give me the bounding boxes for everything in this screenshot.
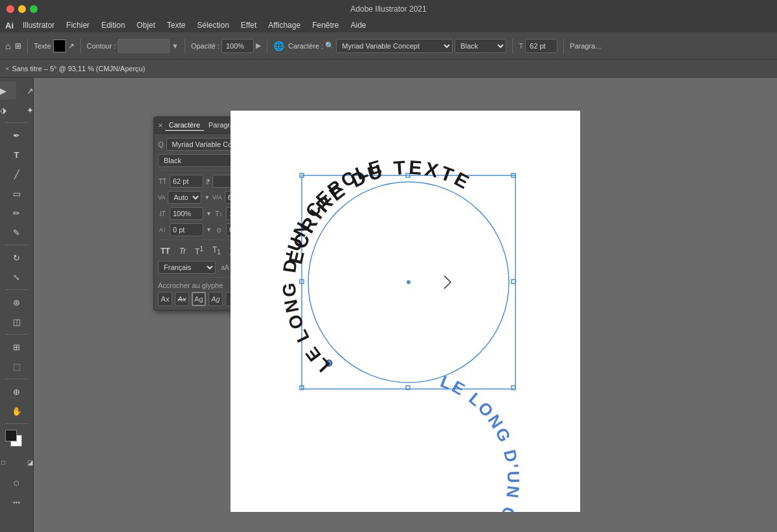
artboard-tool[interactable]: ⬚ [4,357,30,375]
menu-selection[interactable]: Sélection [192,19,234,31]
rotate-tool[interactable]: ↻ [4,249,30,267]
snap-ax1[interactable]: Ax [158,292,172,306]
tool-sep-5 [5,379,28,379]
opacity-expand-icon[interactable]: ▶ [256,41,261,50]
scale-tool[interactable]: ⤡ [4,268,30,286]
contour-dropdown-icon[interactable]: ▼ [172,42,179,50]
paragraph-label[interactable]: Paragra... [570,42,601,50]
brush-tool[interactable]: ✏ [4,204,30,222]
leading-icon: ⁋ [206,178,210,185]
left-toolbar: ▶ ↗ ⬗ ✦ ✒ T ╱ ▭ ✏ ✎ ↻ ⤡ ⊛ ◫ ⊞ ⬚ ⊕ ✋ □ [0,78,34,532]
globe-icon[interactable]: 🌐 [273,41,284,51]
snap-ax2[interactable]: Ax [175,292,189,306]
window-controls[interactable] [6,5,38,13]
color-swatches [5,430,28,449]
artboard-svg: ECRIRE DU TEXTE LE LONG D'UN CERCLE LE L… [231,111,580,512]
contour-label: Contour : [87,42,116,50]
menu-fenetre[interactable]: Fenêtre [307,19,344,31]
text-bottom-blue: LE LONG D'UN CERCLE [438,371,523,512]
baseline-input[interactable] [170,223,203,236]
style-tt2-btn[interactable]: Tr [177,245,188,257]
style-sub-btn[interactable]: T1 [210,244,223,257]
more-tools[interactable]: ••• [13,498,21,506]
menu-affichage[interactable]: Affichage [263,19,306,31]
menu-texte[interactable]: Texte [162,19,191,31]
font-size-label: TT [158,178,167,185]
snap-ag2[interactable]: Ag [208,292,223,306]
lasso-tool[interactable]: ⬗ [0,101,16,119]
tab-title: Sans titre – 5° @ 93,11 % (CMJN/Aperçu) [12,65,145,72]
opacity-label: Opacité : [191,42,220,50]
line-tool[interactable]: ╱ [4,165,30,183]
separator-6 [563,39,564,53]
slice-tool[interactable]: ⊞ [4,338,30,356]
select-tool[interactable]: ▶ [0,82,16,100]
baseline-dropdown-arrow[interactable]: ▼ [206,227,212,233]
grid-icon[interactable]: ⊞ [15,41,21,50]
character-label: Caractère : [288,42,323,50]
tool-sep-3 [5,289,28,290]
artboard: ECRIRE DU TEXTE LE LONG D'UN CERCLE LE L… [231,111,580,512]
separator-1 [27,39,28,53]
menu-fichier[interactable]: Fichier [61,19,95,31]
panel-font-size-input[interactable] [170,175,203,188]
font-size-icon: T [519,42,523,50]
maximize-button[interactable] [30,5,38,13]
lasso-tools: ⬗ ✦ [0,101,34,119]
gradient-tool[interactable]: ◫ [4,313,30,331]
magic-wand-tool[interactable]: ✦ [17,101,34,119]
menu-edition[interactable]: Edition [96,19,130,31]
snap-ag[interactable]: Ag [192,292,206,306]
direct-select-tool[interactable]: ↗ [17,82,34,100]
type-tool[interactable]: T [4,146,30,164]
style-sup-btn[interactable]: T1 [192,244,206,258]
style-tt-btn[interactable]: TT [158,245,173,257]
font-weight-selector[interactable]: Black [455,39,506,53]
tool-sep-4 [5,334,28,335]
rect-tool[interactable]: ▭ [4,184,30,203]
menubar: Ai Illustrator Fichier Edition Objet Tex… [0,18,777,32]
app-logo: Ai [5,21,14,30]
pen-tool[interactable]: ✒ [4,126,30,144]
blend-tool[interactable]: ⊛ [4,293,30,311]
menu-effet[interactable]: Effet [236,19,262,31]
behind-mode[interactable]: ◪ [17,453,34,471]
close-button[interactable] [6,5,14,13]
contour-input[interactable] [118,39,170,53]
opacity-value[interactable]: 100% [221,39,254,53]
tab-close-button[interactable]: × [5,65,9,72]
hand-tool[interactable]: ✋ [4,402,30,420]
hscale-dropdown-arrow[interactable]: ▼ [206,210,212,217]
opacity-group: Opacité : 100% ▶ [191,39,261,53]
canvas-area[interactable]: × Caractère Paragraphe OpenType ≡ Q Myri… [34,78,777,532]
mode-tools: □ ◪ [0,453,34,471]
menu-objet[interactable]: Objet [131,19,161,31]
home-icon[interactable]: ⌂ [5,41,10,51]
tracking-icon: V/A [212,194,222,201]
fill-color-swatch[interactable] [53,39,66,52]
menu-illustrator[interactable]: Illustrator [17,19,60,31]
kerning-selector[interactable]: Auto [168,191,201,204]
zoom-tool[interactable]: ⊕ [4,382,30,401]
character-group: Caractère : 🔍 Myriad Variable Concept Bl… [288,39,506,53]
tab-caractere[interactable]: Caractère [165,120,204,131]
search-icon: 🔍 [325,41,334,50]
panel-close-button[interactable]: × [158,120,163,130]
pencil-tool[interactable]: ✎ [4,223,30,241]
font-size-input[interactable] [525,39,557,53]
minimize-button[interactable] [18,5,26,13]
pixel-preview[interactable]: ⬡ [4,474,30,492]
cursor-indicator [444,276,451,289]
hscale-label: IT [158,210,167,217]
menu-aide[interactable]: Aide [345,19,371,31]
normal-mode[interactable]: □ [0,453,16,471]
main-toolbar: ⌂ ⊞ Texte ↗ Contour : ▼ Opacité : 100% ▶… [0,32,777,60]
hscale-input[interactable] [170,207,203,220]
separator-3 [185,39,185,53]
language-selector[interactable]: Français [158,261,216,274]
tool-sep-1 [5,122,28,123]
font-family-icon: Q [158,140,164,148]
kern-dropdown-arrow[interactable]: ▼ [204,194,210,201]
font-selector[interactable]: Myriad Variable Concept [336,39,453,53]
fill-swatch[interactable] [5,430,17,441]
